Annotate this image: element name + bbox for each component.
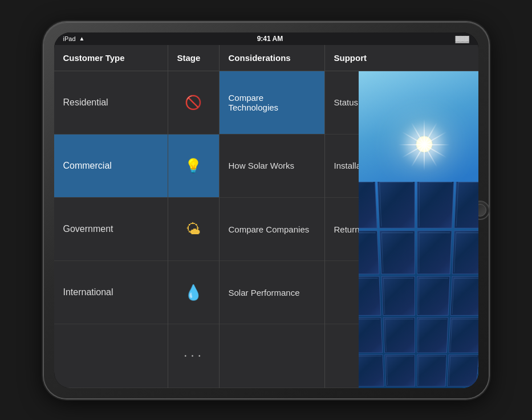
panel-cell [384, 354, 415, 387]
item-considerations-empty [220, 324, 324, 388]
compare-technologies-label: Compare Technologies [229, 93, 315, 112]
panel-cell [359, 182, 377, 229]
header-considerations: Considerations [220, 45, 325, 71]
panel-cell [452, 230, 478, 274]
ipad-frame: iPad ▲ 9:41 AM ▓▓▓ Customer Type Stage C… [44, 22, 489, 398]
panel-cell [416, 230, 452, 274]
panel-cell [416, 354, 447, 387]
solar-sky-background [359, 71, 478, 388]
ipad-label: iPad [63, 35, 76, 42]
compare-companies-label: Compare Companies [229, 225, 310, 234]
sun-ray-7 [399, 144, 424, 145]
stage-commercial[interactable]: 💡 [168, 134, 219, 198]
header-stage: Stage [168, 45, 220, 71]
panel-cell [450, 276, 478, 315]
row-international[interactable]: International [54, 261, 168, 324]
how-solar-works-label: How Solar Works [229, 161, 295, 170]
panel-cell [377, 182, 415, 229]
stage-column: 🚫 💡 🌤 💧 • • • [168, 71, 220, 388]
commercial-label: Commercial [63, 161, 112, 171]
battery-icon: ▓▓▓ [455, 35, 469, 42]
panel-cell [359, 317, 383, 353]
sun-graphic [399, 119, 450, 170]
solar-image [359, 71, 478, 388]
stage-international[interactable]: 💧 [168, 261, 219, 324]
international-label: International [63, 287, 113, 297]
status-bar: iPad ▲ 9:41 AM ▓▓▓ [54, 32, 478, 45]
status-right: ▓▓▓ [455, 35, 469, 42]
panel-cell [359, 230, 379, 274]
status-left: iPad ▲ [63, 35, 85, 42]
status-time: 9:41 AM [257, 35, 283, 43]
panel-cell [448, 317, 478, 353]
customer-type-column: Residential Commercial Government Intern… [54, 71, 168, 388]
stage-residential[interactable]: 🚫 [168, 71, 219, 134]
screen-content: Customer Type Stage Considerations Suppo… [54, 45, 478, 388]
support-column: Status of Technologies Installation loca… [325, 71, 478, 388]
header-support: Support [325, 45, 478, 71]
stage-government[interactable]: 🌤 [168, 198, 219, 261]
government-label: Government [63, 224, 113, 234]
solar-panels [359, 182, 478, 388]
ipad-screen: iPad ▲ 9:41 AM ▓▓▓ Customer Type Stage C… [54, 32, 478, 388]
panel-cell [416, 276, 450, 315]
item-compare-technologies[interactable]: Compare Technologies [220, 71, 324, 134]
panel-cell [416, 182, 454, 229]
panel-cell [379, 230, 415, 274]
row-commercial[interactable]: Commercial [54, 134, 168, 198]
sun-ray-10 [424, 119, 425, 145]
row-more[interactable] [54, 324, 168, 388]
solar-performance-label: Solar Performance [229, 288, 300, 297]
panel-cell [454, 182, 478, 229]
government-icon: 🌤 [186, 221, 201, 238]
panel-cell [447, 354, 478, 387]
row-residential[interactable]: Residential [54, 71, 168, 134]
more-dots-icon: • • • [184, 353, 202, 359]
residential-label: Residential [63, 97, 108, 108]
sun-ray-1 [424, 144, 450, 145]
item-solar-performance[interactable]: Solar Performance [220, 261, 324, 324]
header-customer-type: Customer Type [54, 45, 168, 71]
sun-ray-4 [424, 145, 425, 170]
main-content: Residential Commercial Government Intern… [54, 71, 478, 388]
residential-icon: 🚫 [185, 95, 202, 111]
stage-more[interactable]: • • • [168, 324, 219, 388]
row-government[interactable]: Government [54, 198, 168, 261]
panel-cell [359, 354, 384, 387]
item-compare-companies[interactable]: Compare Companies [220, 198, 324, 261]
item-how-solar-works[interactable]: How Solar Works [220, 134, 324, 198]
panel-cell [383, 317, 415, 353]
panel-cell [381, 276, 415, 315]
international-icon: 💧 [184, 284, 202, 301]
commercial-icon: 💡 [185, 158, 202, 174]
panel-grid [359, 182, 478, 387]
panel-cell [359, 276, 381, 315]
considerations-column: Compare Technologies How Solar Works Com… [220, 71, 325, 388]
wifi-icon: ▲ [79, 35, 85, 42]
header-row: Customer Type Stage Considerations Suppo… [54, 45, 478, 71]
panel-cell [416, 317, 448, 353]
